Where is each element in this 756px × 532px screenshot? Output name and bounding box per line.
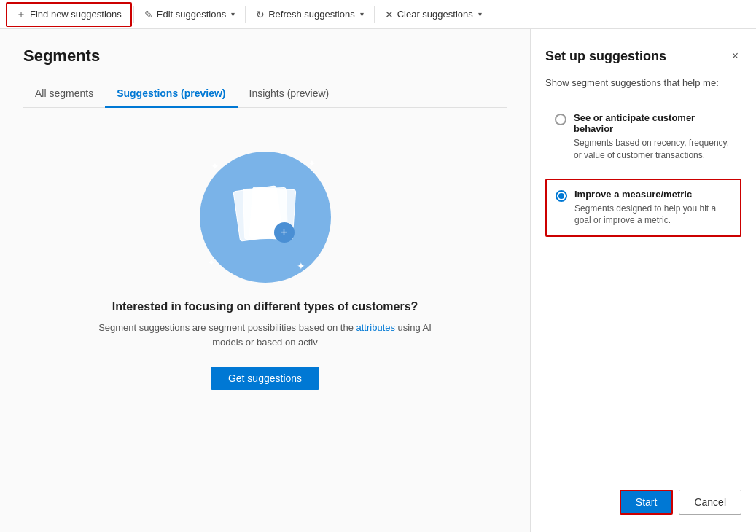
main-layout: Segments All segments Suggestions (previ… bbox=[0, 29, 756, 532]
start-button[interactable]: Start bbox=[620, 490, 674, 515]
sparkle-3-icon: ✦ bbox=[207, 257, 216, 268]
radio-anticipate[interactable] bbox=[555, 114, 566, 125]
edit-chevron-icon: ▾ bbox=[231, 10, 235, 18]
close-panel-button[interactable]: × bbox=[729, 47, 741, 66]
clear-icon: ✕ bbox=[385, 9, 394, 20]
divider-3 bbox=[374, 6, 375, 23]
panel-title: Set up suggestions bbox=[545, 49, 666, 64]
tab-suggestions-preview[interactable]: Suggestions (preview) bbox=[105, 80, 237, 108]
option-improve-label: Improve a measure/metric bbox=[574, 189, 731, 200]
option-improve-desc: Segments designed to help you hit a goal… bbox=[574, 203, 731, 227]
option-anticipate[interactable]: See or anticipate customer behavior Segm… bbox=[545, 103, 741, 171]
clear-suggestions-button[interactable]: ✕ Clear suggestions ▾ bbox=[376, 4, 491, 25]
option-improve-text: Improve a measure/metric Segments design… bbox=[574, 189, 731, 227]
illustration-area: + ✦ ✦ ✦ ✦ Interested in focusing on diff… bbox=[23, 137, 507, 404]
radio-improve[interactable] bbox=[556, 190, 567, 202]
sparkle-1-icon: ✦ bbox=[211, 160, 219, 172]
toolbar: ＋ Find new suggestions ✎ Edit suggestion… bbox=[0, 0, 756, 29]
panel-subtitle: Show segment suggestions that help me: bbox=[545, 77, 741, 88]
radio-improve-fill bbox=[558, 193, 564, 199]
illustration-description: Segment suggestions are segment possibil… bbox=[83, 321, 448, 349]
divider-2 bbox=[245, 6, 246, 23]
find-new-suggestions-button[interactable]: ＋ Find new suggestions bbox=[6, 2, 132, 27]
option-anticipate-text: See or anticipate customer behavior Segm… bbox=[574, 112, 732, 162]
divider-1 bbox=[133, 6, 134, 23]
tab-bar: All segments Suggestions (preview) Insig… bbox=[23, 80, 507, 108]
refresh-suggestions-button[interactable]: ↻ Refresh suggestions ▾ bbox=[247, 4, 373, 25]
clear-chevron-icon: ▾ bbox=[478, 10, 482, 18]
tab-all-segments[interactable]: All segments bbox=[23, 80, 105, 108]
get-suggestions-button[interactable]: Get suggestions bbox=[211, 367, 319, 390]
page-title: Segments bbox=[23, 47, 507, 66]
panel-header: Set up suggestions × bbox=[545, 47, 741, 66]
refresh-icon: ↻ bbox=[256, 9, 265, 20]
illustration-pages: + bbox=[233, 184, 298, 250]
panel-footer: Start Cancel bbox=[545, 478, 741, 515]
option-anticipate-label: See or anticipate customer behavior bbox=[574, 112, 732, 134]
right-panel: Set up suggestions × Show segment sugges… bbox=[530, 29, 756, 532]
illustration-title: Interested in focusing on different type… bbox=[112, 300, 418, 313]
cancel-button[interactable]: Cancel bbox=[679, 490, 741, 515]
option-anticipate-desc: Segments based on recency, frequency, or… bbox=[574, 137, 732, 162]
plus-icon: ＋ bbox=[16, 8, 26, 21]
sparkle-4-icon: ✦ bbox=[297, 260, 305, 272]
left-content: Segments All segments Suggestions (previ… bbox=[0, 29, 530, 532]
refresh-chevron-icon: ▾ bbox=[360, 10, 364, 18]
edit-icon: ✎ bbox=[144, 9, 153, 20]
sparkle-2-icon: ✦ bbox=[308, 157, 316, 169]
option-improve[interactable]: Improve a measure/metric Segments design… bbox=[545, 179, 741, 238]
plus-circle-icon: + bbox=[274, 222, 295, 243]
tab-insights-preview[interactable]: Insights (preview) bbox=[238, 80, 341, 108]
edit-suggestions-button[interactable]: ✎ Edit suggestions ▾ bbox=[136, 4, 243, 25]
attributes-link[interactable]: attributes bbox=[356, 322, 395, 333]
illustration-circle: + ✦ ✦ ✦ ✦ bbox=[200, 152, 331, 283]
